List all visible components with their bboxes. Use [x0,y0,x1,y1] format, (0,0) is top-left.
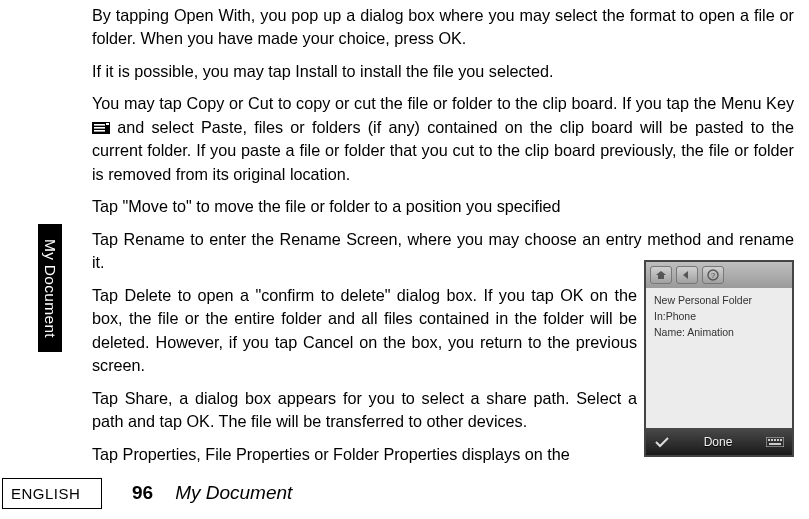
paragraph: You may tap Copy or Cut to copy or cut t… [92,92,794,186]
paragraph: Tap Properties, File Properties or Folde… [92,443,637,466]
svg-rect-13 [769,443,781,445]
inset-line: Name: Animation [654,326,784,338]
paragraph-part: and select Paste, files or folders (if a… [92,118,794,183]
home-icon [650,266,672,284]
paragraph: Tap Delete to open a "confirm to delete"… [92,284,637,378]
footer-title: My Document [175,482,292,504]
paragraph: Tap Share, a dialog box appears for you … [92,387,637,434]
footer-language: ENGLISH [2,478,102,509]
svg-text:?: ? [711,271,716,280]
keyboard-icon [764,437,786,447]
inset-line: In:Phone [654,310,784,322]
svg-rect-9 [771,439,773,441]
sidebar-label: My Document [41,239,59,338]
svg-rect-3 [94,130,105,132]
help-icon: ? [702,266,724,284]
page: My Document By tapping Open With, you po… [0,0,809,519]
footer-page-number: 96 [132,482,153,504]
paragraph-part: You may tap Copy or Cut to copy or cut t… [92,94,794,112]
wrapped-text-block: Tap Delete to open a "confirm to delete"… [92,284,637,466]
paragraph: Tap "Move to" to move the file or folder… [92,195,794,218]
sidebar-tab: My Document [38,224,62,352]
done-label: Done [704,435,733,449]
inset-line: New Personal Folder [654,294,784,306]
svg-rect-1 [94,124,105,126]
page-footer: ENGLISH 96 My Document [0,475,809,511]
phone-bottom-bar: Done [646,428,792,455]
back-icon [676,266,698,284]
menu-key-icon [92,122,110,134]
svg-rect-2 [94,127,105,129]
phone-body: New Personal Folder In:Phone Name: Anima… [646,288,792,432]
paragraph: If it is possible, you may tap Install t… [92,60,794,83]
check-icon [652,436,672,448]
svg-rect-12 [780,439,782,441]
svg-rect-4 [106,123,109,125]
paragraph: By tapping Open With, you pop up a dialo… [92,4,794,51]
svg-rect-7 [766,437,784,447]
svg-rect-11 [777,439,779,441]
svg-rect-8 [768,439,770,441]
phone-toolbar: ? [646,262,792,288]
svg-rect-10 [774,439,776,441]
phone-screenshot: ? New Personal Folder In:Phone Name: Ani… [644,260,794,457]
